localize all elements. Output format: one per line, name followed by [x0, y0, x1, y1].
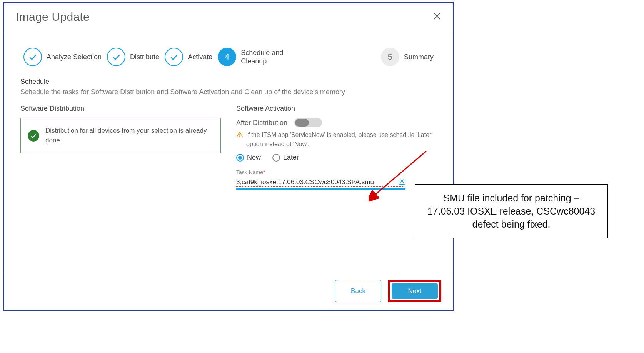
step-label: Distribute	[130, 53, 159, 61]
step-label: Summary	[404, 53, 434, 61]
itsm-warning-text: If the ITSM app 'ServiceNow' is enabled,…	[246, 130, 437, 149]
radio-icon	[272, 154, 280, 162]
software-distribution-panel: Software Distribution Distribution for a…	[20, 105, 221, 190]
step-label: Analyze Selection	[47, 53, 102, 61]
task-name-label: Task Name*	[236, 169, 437, 175]
activation-heading: Software Activation	[236, 105, 437, 113]
next-button[interactable]: Next	[392, 283, 438, 299]
step-number-icon: 4	[218, 48, 236, 66]
warning-icon	[236, 131, 243, 149]
task-name-input[interactable]	[236, 177, 405, 190]
radio-now-label: Now	[247, 153, 261, 162]
next-button-highlight: Next	[388, 280, 441, 302]
annotation-callout: SMU file included for patching – 17.06.0…	[415, 184, 608, 238]
modal-header: Image Update	[4, 3, 453, 32]
radio-later[interactable]: Later	[272, 153, 299, 162]
image-update-modal: Image Update Analyze Selection Distribut…	[3, 2, 454, 311]
check-icon	[107, 48, 125, 66]
distribution-heading: Software Distribution	[20, 105, 221, 113]
radio-later-label: Later	[283, 153, 299, 162]
step-distribute[interactable]: Distribute	[107, 48, 159, 66]
schedule-radio-group: Now Later	[236, 153, 437, 162]
schedule-description: Schedule the tasks for Software Distribu…	[20, 88, 437, 96]
itsm-warning: If the ITSM app 'ServiceNow' is enabled,…	[236, 130, 437, 149]
task-name-field-wrap	[236, 177, 405, 190]
step-analyze[interactable]: Analyze Selection	[23, 48, 102, 66]
modal-title: Image Update	[16, 10, 90, 23]
step-number-icon: 5	[381, 48, 399, 66]
annotation-text: SMU file included for patching – 17.06.0…	[427, 193, 595, 230]
wizard-stepper: Analyze Selection Distribute Activate 4 …	[4, 32, 453, 78]
radio-icon	[236, 154, 244, 162]
distribution-status-text: Distribution for all devices from your s…	[45, 126, 214, 145]
step-label: Activate	[188, 53, 212, 61]
step-schedule-cleanup[interactable]: 4 Schedule and Cleanup	[218, 48, 295, 66]
close-icon[interactable]	[433, 11, 441, 23]
back-button[interactable]: Back	[335, 280, 381, 302]
software-activation-panel: Software Activation After Distribution I…	[236, 105, 437, 190]
step-activate[interactable]: Activate	[165, 48, 212, 66]
check-icon	[165, 48, 183, 66]
schedule-heading: Schedule	[20, 78, 437, 86]
clear-input-icon[interactable]	[399, 178, 405, 185]
after-distribution-label: After Distribution	[236, 119, 287, 127]
check-icon	[23, 48, 42, 66]
step-summary[interactable]: 5 Summary	[381, 48, 434, 66]
svg-point-1	[239, 136, 240, 137]
radio-now[interactable]: Now	[236, 153, 261, 162]
modal-footer: Back Next	[4, 272, 453, 310]
success-check-icon	[28, 130, 39, 142]
after-distribution-toggle[interactable]	[294, 118, 322, 127]
step-label: Schedule and Cleanup	[241, 48, 295, 66]
distribution-status-box: Distribution for all devices from your s…	[20, 118, 221, 153]
